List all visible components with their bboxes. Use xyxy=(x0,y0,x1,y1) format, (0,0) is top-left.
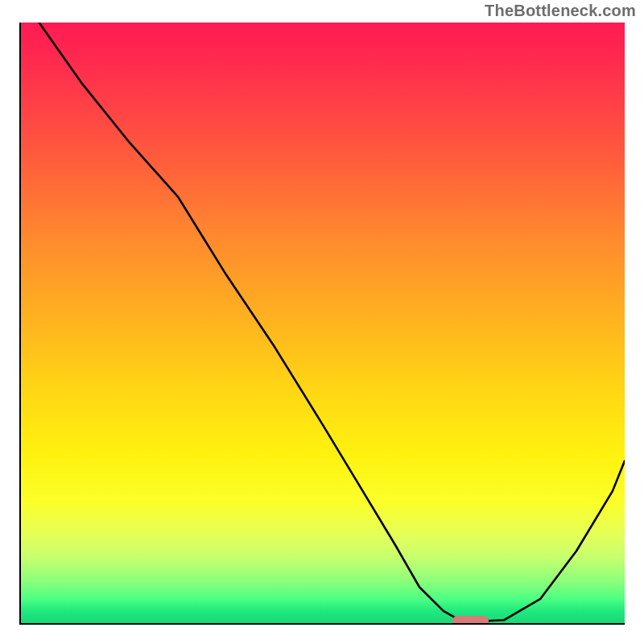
chart-curve xyxy=(21,23,625,623)
chart-plot-area xyxy=(19,23,625,625)
chart-marker-pill xyxy=(452,616,489,625)
watermark-text: TheBottleneck.com xyxy=(485,2,636,20)
